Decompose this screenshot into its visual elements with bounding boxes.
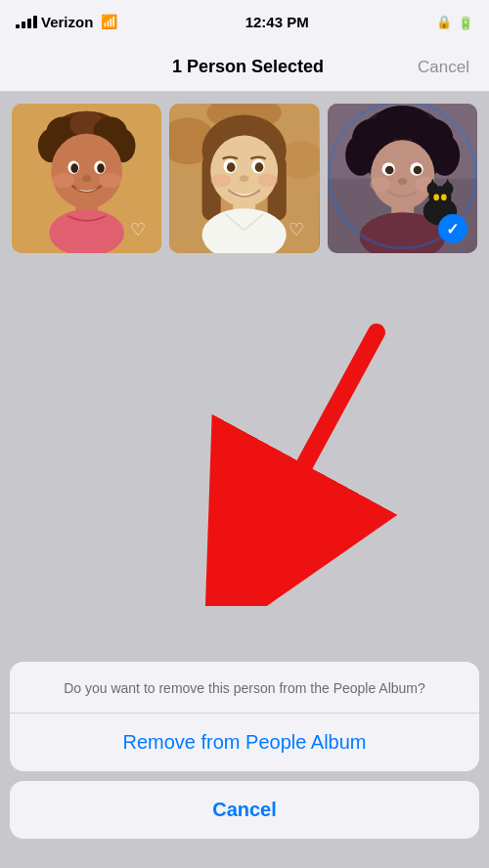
svg-point-42 [429,135,460,176]
svg-point-43 [371,140,434,209]
action-sheet: Do you want to remove this person from t… [10,662,479,771]
svg-point-13 [97,163,105,173]
svg-point-30 [227,162,236,172]
status-right: 🔒 🔋 [436,14,473,30]
svg-point-31 [255,162,264,172]
cancel-nav-button[interactable]: Cancel [418,58,469,77]
svg-point-14 [82,175,92,182]
svg-point-44 [370,177,390,192]
svg-point-27 [257,174,278,187]
heart-icon-2: ♡ [283,216,310,243]
svg-point-60 [441,194,447,200]
svg-point-41 [345,135,376,176]
status-bar: Verizon 📶 12:43 PM 🔒 🔋 [0,0,489,43]
svg-point-50 [398,178,408,185]
svg-point-32 [240,175,249,182]
photo-cell-3[interactable]: ✓ [328,104,477,253]
lock-icon: 🔒 [436,15,452,29]
photo-cell-2[interactable]: ♡ [169,104,319,253]
signal-bars-icon [16,16,37,28]
svg-point-48 [385,166,394,175]
svg-point-26 [210,174,231,187]
svg-point-12 [70,163,78,173]
cancel-action-sheet: Cancel [10,781,479,839]
svg-point-59 [433,194,439,200]
carrier-label: Verizon [41,14,93,30]
photo-grid: ♡ [0,92,489,265]
svg-point-40 [375,106,430,139]
photo-cell-1[interactable]: ♡ [12,104,161,253]
empty-content-area [0,265,489,646]
svg-point-8 [52,173,74,188]
navigation-bar: 1 Person Selected Cancel [0,43,489,92]
wifi-icon: 📶 [101,14,117,29]
battery-indicator: 🔋 [458,14,473,30]
action-sheet-overlay: Do you want to remove this person from t… [0,662,489,868]
status-time: 12:43 PM [245,14,309,30]
cancel-button[interactable]: Cancel [10,781,479,839]
svg-point-9 [99,173,121,188]
svg-point-49 [413,166,422,175]
status-left: Verizon 📶 [16,14,117,30]
remove-from-people-button[interactable]: Remove from People Album [10,714,479,771]
page-title: 1 Person Selected [78,57,418,77]
heart-icon-1: ♡ [124,216,152,243]
svg-point-7 [51,134,122,209]
action-sheet-message: Do you want to remove this person from t… [10,662,479,714]
